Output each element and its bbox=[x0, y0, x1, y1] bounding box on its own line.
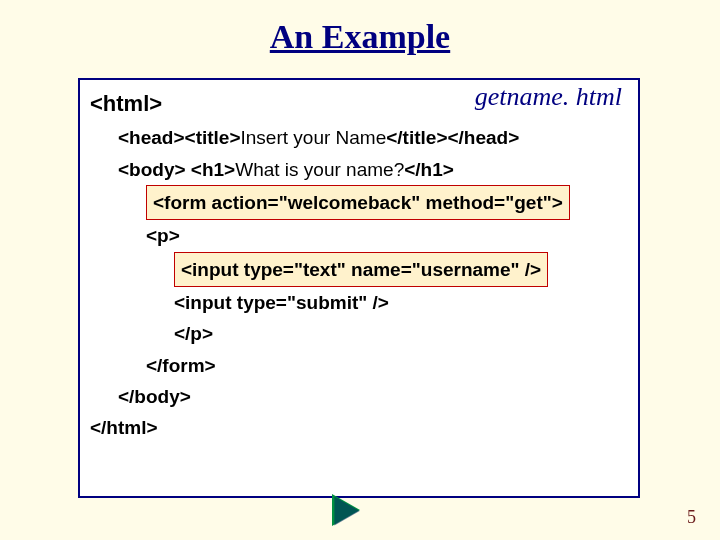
code-tag: <head><title> bbox=[118, 127, 241, 148]
code-text: Insert your Name bbox=[241, 127, 387, 148]
code-line: <head><title>Insert your Name</title></h… bbox=[90, 122, 628, 153]
code-line: </html> bbox=[90, 412, 628, 443]
code-tag: <body> <h1> bbox=[118, 159, 235, 180]
code-line-highlight: <input type="text" name="username" /> bbox=[90, 252, 628, 287]
slide: An Example getname. html <html> <head><t… bbox=[0, 0, 720, 540]
code-text: What is your name? bbox=[235, 159, 404, 180]
page-title: An Example bbox=[0, 18, 720, 56]
code-line: <input type="submit" /> bbox=[90, 287, 628, 318]
highlighted-form-open: <form action="welcomeback" method="get"> bbox=[146, 185, 570, 220]
code-line: <body> <h1>What is your name?</h1> bbox=[90, 154, 628, 185]
code-line-highlight: <form action="welcomeback" method="get"> bbox=[90, 185, 628, 220]
next-arrow-icon[interactable] bbox=[332, 494, 360, 526]
code-tag: </title></head> bbox=[386, 127, 519, 148]
code-line: </body> bbox=[90, 381, 628, 412]
code-line: <p> bbox=[90, 220, 628, 251]
code-box: getname. html <html> <head><title>Insert… bbox=[78, 78, 640, 498]
code-line: </p> bbox=[90, 318, 628, 349]
page-number: 5 bbox=[687, 507, 696, 528]
highlighted-input-text: <input type="text" name="username" /> bbox=[174, 252, 548, 287]
code-line: </form> bbox=[90, 350, 628, 381]
filename-label: getname. html bbox=[475, 82, 622, 112]
code-tag: </h1> bbox=[404, 159, 454, 180]
